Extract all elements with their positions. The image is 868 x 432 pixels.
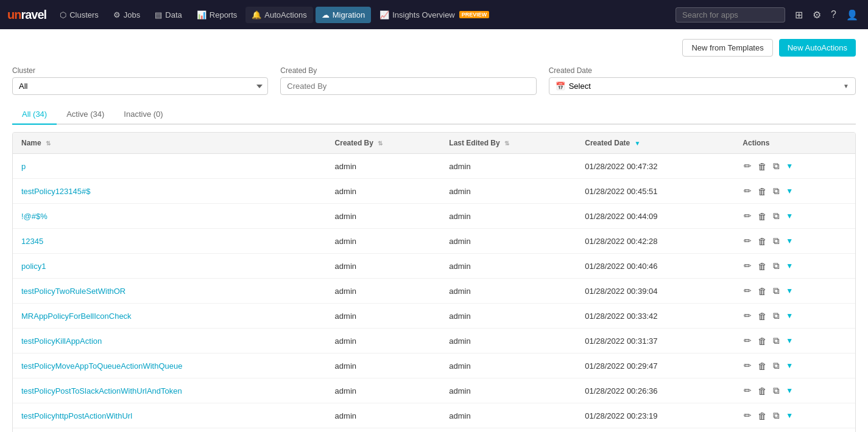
sort-created-by-icon[interactable]: ⇅ <box>378 140 383 147</box>
edit-icon-2[interactable]: ✏ <box>743 209 753 223</box>
row-last-edited-by-10: admin <box>440 403 576 428</box>
delete-icon-4[interactable]: 🗑 <box>757 260 768 273</box>
row-name-2[interactable]: !@#$% <box>13 204 326 229</box>
edit-icon-0[interactable]: ✏ <box>743 159 753 173</box>
row-name-6[interactable]: MRAppPolicyForBellIconCheck <box>13 304 326 329</box>
nav-item-jobs[interactable]: ⚙ Jobs <box>107 7 146 23</box>
sort-date-icon[interactable]: ▼ <box>635 140 641 147</box>
row-created-by-6: admin <box>326 304 441 329</box>
dropdown-icon-0[interactable]: ▼ <box>785 161 794 172</box>
delete-icon-8[interactable]: 🗑 <box>757 360 768 372</box>
date-select[interactable]: Select <box>569 82 839 91</box>
copy-icon-9[interactable]: ⧉ <box>772 384 781 397</box>
table-header-row: Name ⇅ Created By ⇅ Last Edited By ⇅ Cre… <box>13 133 855 154</box>
dropdown-icon-6[interactable]: ▼ <box>785 310 794 321</box>
autoactions-table: Name ⇅ Created By ⇅ Last Edited By ⇅ Cre… <box>13 133 855 432</box>
nav-item-data[interactable]: ▤ Data <box>149 7 188 23</box>
created-date-label: Created Date <box>549 66 856 75</box>
edit-icon-4[interactable]: ✏ <box>743 259 753 273</box>
dropdown-icon-4[interactable]: ▼ <box>785 260 794 271</box>
table-row: p admin admin 01/28/2022 00:47:32 ✏ 🗑 ⧉ … <box>13 154 855 179</box>
edit-icon-5[interactable]: ✏ <box>743 284 753 298</box>
row-created-by-11: admin <box>326 428 441 433</box>
dropdown-icon-9[interactable]: ▼ <box>785 385 794 396</box>
help-icon[interactable]: ? <box>828 7 839 23</box>
tabs: All (34) Active (34) Inactive (0) <box>12 105 856 125</box>
nav-item-insights[interactable]: 📈 Insights Overview PREVIEW <box>373 7 495 23</box>
copy-icon-3[interactable]: ⧉ <box>772 234 781 248</box>
delete-icon-10[interactable]: 🗑 <box>757 409 768 422</box>
dropdown-icon-3[interactable]: ▼ <box>785 235 794 246</box>
edit-icon-7[interactable]: ✏ <box>743 334 753 347</box>
edit-icon-9[interactable]: ✏ <box>743 384 753 397</box>
delete-icon-1[interactable]: 🗑 <box>757 185 768 198</box>
created-by-input[interactable] <box>280 77 536 95</box>
col-header-actions: Actions <box>734 133 855 154</box>
delete-icon-7[interactable]: 🗑 <box>757 335 768 347</box>
dropdown-icon-10[interactable]: ▼ <box>785 410 794 421</box>
copy-icon-2[interactable]: ⧉ <box>772 209 781 223</box>
tab-all[interactable]: All (34) <box>12 105 57 125</box>
tab-active[interactable]: Active (34) <box>57 105 114 125</box>
nav-item-clusters[interactable]: ⬡ Clusters <box>54 7 105 23</box>
copy-icon-1[interactable]: ⧉ <box>772 184 781 198</box>
sort-name-icon[interactable]: ⇅ <box>46 140 51 147</box>
delete-icon-3[interactable]: 🗑 <box>757 235 768 248</box>
row-name-7[interactable]: testPolicyKillAppAction <box>13 329 326 354</box>
copy-icon-7[interactable]: ⧉ <box>772 334 781 347</box>
copy-icon-8[interactable]: ⧉ <box>772 359 781 372</box>
new-from-templates-button[interactable]: New from Templates <box>682 39 772 57</box>
row-last-edited-by-2: admin <box>440 204 576 229</box>
edit-icon-3[interactable]: ✏ <box>743 234 753 248</box>
dropdown-icon-8[interactable]: ▼ <box>785 360 794 371</box>
dropdown-icon-5[interactable]: ▼ <box>785 285 794 296</box>
user-icon[interactable]: 👤 <box>844 7 861 23</box>
delete-icon-2[interactable]: 🗑 <box>757 210 768 223</box>
delete-icon-6[interactable]: 🗑 <box>757 310 768 322</box>
search-input[interactable] <box>676 7 785 23</box>
copy-icon-4[interactable]: ⧉ <box>772 259 781 273</box>
row-name-5[interactable]: testPolicyTwoRuleSetWithOR <box>13 279 326 304</box>
copy-icon-0[interactable]: ⧉ <box>772 159 781 173</box>
cluster-select[interactable]: All <box>12 77 268 95</box>
delete-icon-0[interactable]: 🗑 <box>757 160 768 173</box>
nav-item-migration[interactable]: ☁ Migration <box>316 7 371 23</box>
settings-icon[interactable]: ⚙ <box>810 7 824 23</box>
tab-inactive[interactable]: Inactive (0) <box>114 105 172 125</box>
row-name-0[interactable]: p <box>13 154 326 179</box>
dropdown-icon-1[interactable]: ▼ <box>785 186 794 197</box>
nav-item-reports[interactable]: 📊 Reports <box>191 7 244 23</box>
table-row: MRAppPolicyForBellIconCheck admin admin … <box>13 304 855 329</box>
row-name-10[interactable]: testPolicyhttpPostActionWithUrl <box>13 403 326 428</box>
row-name-4[interactable]: policy1 <box>13 254 326 279</box>
row-name-11[interactable]: testPolicyOneOrMoreEmailRecipientAction <box>13 428 326 433</box>
row-created-by-1: admin <box>326 179 441 204</box>
autoactions-icon: 🔔 <box>252 10 261 19</box>
sort-last-edited-icon[interactable]: ⇅ <box>504 140 509 147</box>
copy-icon-6[interactable]: ⧉ <box>772 309 781 322</box>
edit-icon-8[interactable]: ✏ <box>743 359 753 372</box>
delete-icon-5[interactable]: 🗑 <box>757 285 768 298</box>
row-name-3[interactable]: 12345 <box>13 229 326 254</box>
row-actions-2: ✏ 🗑 ⧉ ▼ <box>734 204 855 229</box>
dropdown-icon-2[interactable]: ▼ <box>785 211 794 221</box>
row-name-1[interactable]: testPolicy123145#$ <box>13 179 326 204</box>
dropdown-icon-7[interactable]: ▼ <box>785 335 794 346</box>
row-created-by-0: admin <box>326 154 441 179</box>
new-autoactions-button[interactable]: New AutoActions <box>779 39 856 57</box>
edit-icon-10[interactable]: ✏ <box>743 409 753 422</box>
nav-item-autoactions[interactable]: 🔔 AutoActions <box>245 7 312 23</box>
edit-icon-6[interactable]: ✏ <box>743 309 753 322</box>
copy-icon-5[interactable]: ⧉ <box>772 284 781 298</box>
copy-icon-10[interactable]: ⧉ <box>772 409 781 422</box>
row-name-8[interactable]: testPolicyMoveAppToQueueActionWithQueue <box>13 354 326 378</box>
row-actions-9: ✏ 🗑 ⧉ ▼ <box>734 378 855 403</box>
edit-icon-1[interactable]: ✏ <box>743 184 753 198</box>
delete-icon-9[interactable]: 🗑 <box>757 385 768 397</box>
grid-icon[interactable]: ⊞ <box>792 7 805 23</box>
migration-icon: ☁ <box>322 10 330 19</box>
row-created-date-0: 01/28/2022 00:47:32 <box>576 154 734 179</box>
row-name-9[interactable]: testPolicyPostToSlackActionWithUrlAndTok… <box>13 378 326 403</box>
chevron-down-icon: ▼ <box>843 83 849 89</box>
row-created-date-4: 01/28/2022 00:40:46 <box>576 254 734 279</box>
